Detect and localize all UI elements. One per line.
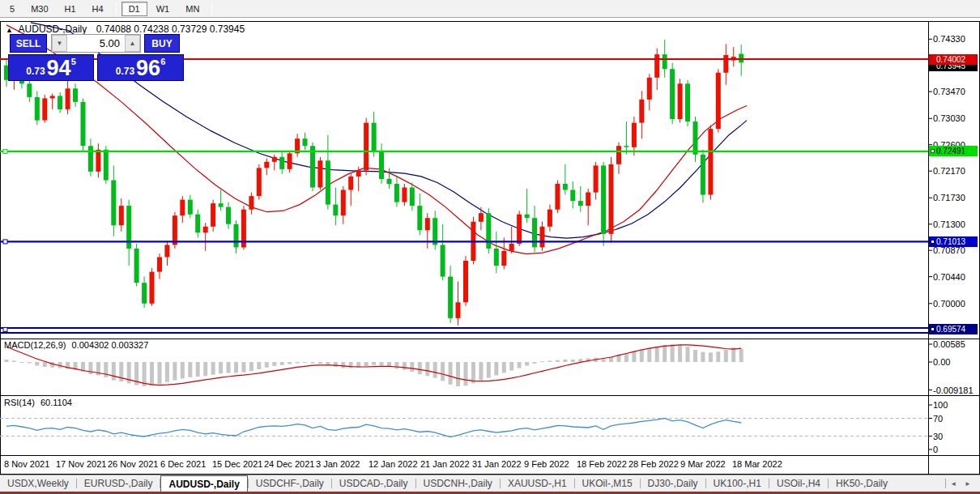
macd-hist-bar <box>249 362 254 371</box>
candle-body <box>555 184 560 210</box>
date-axis-label: 21 Jan 2022 <box>420 459 470 469</box>
level-price-badge: 0.71013 <box>929 236 978 247</box>
timeframe-button-mn[interactable]: MN <box>178 2 207 16</box>
candle-body <box>654 54 659 78</box>
date-axis-label: 31 Jan 2022 <box>472 459 522 469</box>
macd-hist-bar <box>257 362 261 369</box>
sell-button[interactable]: SELL <box>10 34 47 53</box>
candle-body <box>333 205 338 216</box>
level-price-badge: 0.74002 <box>929 54 978 65</box>
date-axis-label: 15 Dec 2021 <box>212 459 262 469</box>
date-axis-label: 18 Mar 2022 <box>732 459 782 469</box>
volume-input[interactable]: 5.00 <box>67 35 125 52</box>
symbol-tab-usdchf-daily[interactable]: USDCHF-,Daily <box>249 475 331 492</box>
macd-hist-bar <box>227 362 231 373</box>
macd-hist-bar <box>494 362 498 376</box>
rsi-axis-label: 30 <box>933 432 943 441</box>
candle-body <box>463 261 468 302</box>
macd-axis-label: 0.00 <box>933 357 950 367</box>
candle-body <box>456 302 461 318</box>
candle-body <box>394 184 399 202</box>
symbol-tab-xauusd-h1[interactable]: XAUUSD-,H1 <box>501 475 574 492</box>
macd-hist-bar <box>602 359 606 362</box>
candle-body <box>303 138 308 146</box>
toolbar-separator <box>116 2 117 15</box>
volume-increase-icon[interactable]: ▲ <box>125 35 140 52</box>
symbol-tab-usdcnh-daily[interactable]: USDCNH-,Daily <box>416 475 500 492</box>
candle-body <box>66 88 70 109</box>
candle-body <box>104 150 109 181</box>
macd-hist-bar <box>318 362 322 364</box>
macd-hist-bar <box>5 360 9 362</box>
candle-body <box>364 123 369 171</box>
candle-body <box>701 155 705 195</box>
buy-price-prefix: 0.73 <box>116 66 134 77</box>
macd-hist-bar <box>203 362 207 376</box>
symbol-tab-ukoil-m15[interactable]: UKOil-,M15 <box>575 475 640 492</box>
timeframe-button-w1[interactable]: W1 <box>149 2 177 16</box>
macd-hist-bar <box>303 362 307 363</box>
symbol-tab-dj30-daily[interactable]: DJ30-,Daily <box>641 475 705 492</box>
macd-hist-bar <box>556 360 560 362</box>
timeframe-button-d1[interactable]: D1 <box>121 2 147 16</box>
macd-hist-bar <box>471 362 475 383</box>
level-line-marker[interactable] <box>3 327 7 331</box>
tab-scroll-right-icon[interactable]: ► <box>961 479 975 489</box>
candle-body <box>219 203 224 207</box>
candle-body <box>609 164 614 234</box>
candle-body <box>501 251 506 266</box>
symbol-tab-uk100-h1[interactable]: UK100-,H1 <box>706 475 769 492</box>
candle-body <box>632 123 637 147</box>
timeframe-button-h4[interactable]: H4 <box>85 2 111 16</box>
candles-group <box>4 40 744 326</box>
candle-body <box>150 272 155 304</box>
macd-hist-bar <box>617 356 621 362</box>
tab-scroll-left-icon[interactable]: ◄ <box>946 479 961 489</box>
macd-hist-bar <box>349 362 353 368</box>
macd-indicator-label: MACD(12,26,9) 0.004302 0.003327 <box>4 340 148 350</box>
volume-decrease-icon[interactable]: ▼ <box>52 35 67 52</box>
level-line-marker[interactable] <box>3 240 7 244</box>
candle-body <box>188 200 193 215</box>
macd-hist-bar <box>43 362 47 367</box>
candle-body <box>532 218 537 247</box>
sell-price-panel[interactable]: 0.73 94 5 <box>8 54 94 81</box>
macd-hist-bar <box>571 360 575 362</box>
level-line-marker[interactable] <box>3 149 7 153</box>
candle-body <box>379 151 384 179</box>
symbol-tab-audusd-daily[interactable]: AUDUSD-,Daily <box>160 475 247 492</box>
candle-body <box>693 121 698 155</box>
candle-body <box>35 97 40 121</box>
candle-body <box>195 215 200 233</box>
symbol-tab-usdx-weekly[interactable]: USDX,Weekly <box>0 475 76 492</box>
candle-body <box>639 100 644 123</box>
symbol-tab-hk50-daily[interactable]: HK50-,Daily <box>829 475 895 492</box>
macd-hist-bar <box>518 362 522 368</box>
macd-hist-bar <box>632 351 636 362</box>
macd-hist-bar <box>609 357 613 362</box>
date-axis-label: 6 Dec 2021 <box>160 459 206 469</box>
timeframe-button-h1[interactable]: H1 <box>58 2 83 16</box>
rsi-group <box>0 419 928 437</box>
symbol-tab-usoil-h4[interactable]: USOil-,H4 <box>769 475 828 492</box>
candle-body <box>708 129 713 194</box>
candle-body <box>663 54 667 69</box>
candle-body <box>81 102 86 146</box>
macd-hist-bar <box>533 362 537 364</box>
buy-price-panel[interactable]: 0.73 96 6 <box>97 54 184 81</box>
candle-body <box>134 249 139 283</box>
candle-body <box>119 206 124 225</box>
timeframe-button-5[interactable]: 5 <box>2 2 22 16</box>
date-axis-label: 17 Nov 2021 <box>56 459 106 469</box>
symbol-tab-usdcad-daily[interactable]: USDCAD-,Daily <box>332 475 415 492</box>
candle-body <box>540 227 545 248</box>
macd-hist-bar <box>394 362 398 368</box>
badge-marker-icon <box>931 327 935 331</box>
symbol-tab-eurusd-daily[interactable]: EURUSD-,Daily <box>77 475 160 492</box>
volume-stepper[interactable]: ▼ 5.00 ▲ <box>51 34 141 53</box>
macd-hist-bar <box>441 362 445 381</box>
macd-hist-bar <box>739 349 744 362</box>
buy-button[interactable]: BUY <box>144 34 180 53</box>
candle-body <box>548 210 552 227</box>
timeframe-button-m30[interactable]: M30 <box>23 2 55 16</box>
